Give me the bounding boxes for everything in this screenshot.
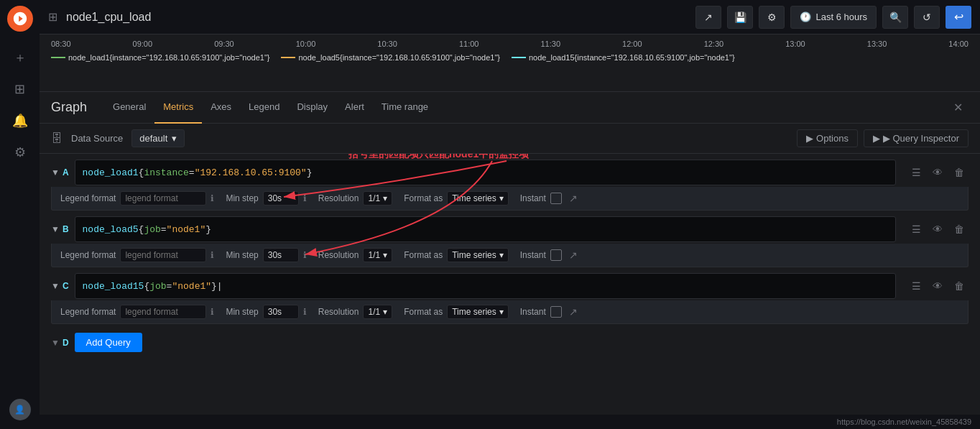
legend-format-input-b[interactable] (120, 248, 206, 262)
user-avatar[interactable]: 👤 (9, 399, 31, 420)
query-d-letter: D (63, 338, 69, 348)
footer: https://blog.csdn.net/weixin_45858439 (40, 415, 980, 429)
sidebar-item-alerts[interactable]: 🔔 (6, 106, 34, 135)
panel-close-button[interactable]: ✕ (948, 98, 969, 117)
resolution-select-c[interactable]: 1/1 ▾ (363, 305, 392, 319)
query-c-text: node_load15{job="node1"}| (83, 281, 223, 292)
instant-checkbox-b[interactable] (550, 249, 562, 261)
query-row-c: ▼ C node_load15{job="node1"}| ☰ 👁 🗑 Lege… (51, 273, 969, 324)
format-as-value-b: Time series (452, 250, 496, 260)
resolution-chevron-a: ▾ (383, 193, 387, 203)
format-as-label-b: Format as (404, 250, 443, 260)
legend-color-1 (281, 57, 295, 58)
instant-group-a: Instant ↗ (520, 191, 581, 206)
format-as-select-c[interactable]: Time series ▾ (447, 305, 509, 319)
query-a-menu-button[interactable]: ☰ (907, 164, 925, 181)
app-logo[interactable] (7, 6, 33, 32)
grid-icon: ⊞ (48, 10, 57, 24)
query-b-toggle-visibility[interactable]: 👁 (928, 221, 947, 238)
save-button[interactable]: 💾 (727, 6, 753, 29)
legend-label-0: node_load1{instance="192.168.10.65:9100"… (68, 53, 269, 62)
format-as-select-b[interactable]: Time series ▾ (447, 248, 509, 262)
format-as-group-a: Format as Time series ▾ (404, 191, 509, 206)
topbar: ⊞ node1_cpu_load ↗ 💾 ⚙ 🕐 Last 6 hours 🔍 … (40, 0, 980, 34)
min-step-label-b: Min step (226, 250, 258, 260)
query-b-menu-button[interactable]: ☰ (907, 221, 925, 238)
tab-legend[interactable]: Legend (240, 92, 288, 124)
query-b-duplicate-button[interactable]: ↗ (566, 248, 581, 262)
query-inspector-label: ▶ Query Inspector (883, 133, 959, 144)
query-a-toggle-visibility[interactable]: 👁 (928, 164, 947, 181)
tab-alert[interactable]: Alert (336, 92, 373, 124)
resolution-label-a: Resolution (318, 193, 359, 203)
query-c-actions: ☰ 👁 🗑 (907, 277, 969, 295)
instant-checkbox-a[interactable] (550, 193, 562, 204)
query-a-options: Legend format ℹ Min step ℹ Resolution 1/… (51, 187, 969, 211)
share-icon: ↗ (704, 11, 713, 23)
min-step-input-b[interactable] (263, 248, 299, 262)
dashboard-title: node1_cpu_load (66, 11, 690, 24)
query-b-delete-button[interactable]: 🗑 (950, 221, 969, 238)
query-a-duplicate-button[interactable]: ↗ (566, 191, 581, 206)
instant-checkbox-c[interactable] (550, 306, 562, 318)
query-d-collapse[interactable]: ▼ D (51, 338, 69, 348)
legend-format-group-b: Legend format ℹ (60, 248, 214, 262)
legend-format-input-c[interactable] (120, 305, 206, 319)
datasource-select[interactable]: default ▾ (131, 129, 185, 147)
options-button[interactable]: ▶ Options (797, 129, 858, 147)
query-inspector-chevron-icon: ▶ (873, 133, 880, 144)
sidebar-item-add[interactable]: ＋ (6, 43, 34, 72)
legend-item-0: node_load1{instance="192.168.10.65:9100"… (51, 53, 269, 62)
min-step-input-a[interactable] (263, 191, 299, 206)
instant-label-c: Instant (520, 307, 546, 317)
query-b-collapse[interactable]: ▼ B (51, 224, 69, 234)
min-step-input-c[interactable] (263, 305, 299, 319)
query-row-b: ▼ B node_load5{job="node1"} ☰ 👁 🗑 Legend… (51, 216, 969, 267)
resolution-chevron-b: ▾ (383, 250, 387, 260)
chart-area: 08:30 09:00 09:30 10:00 10:30 11:00 11:3… (40, 34, 980, 92)
tab-time-range[interactable]: Time range (373, 92, 437, 124)
query-a-collapse[interactable]: ▼ A (51, 167, 69, 177)
query-inspector-button[interactable]: ▶ ▶ Query Inspector (864, 129, 969, 147)
footer-url: https://blog.csdn.net/weixin_45858439 (837, 418, 971, 426)
resolution-select-a[interactable]: 1/1 ▾ (363, 191, 392, 206)
sidebar-item-settings[interactable]: ⚙ (6, 138, 34, 167)
time-range-picker[interactable]: 🕐 Last 6 hours (790, 6, 877, 29)
tab-axes[interactable]: Axes (202, 92, 240, 124)
back-button[interactable]: ↩ (946, 6, 971, 29)
settings-button[interactable]: ⚙ (759, 6, 785, 29)
query-a-text: node_load1{instance="192.168.10.65:9100"… (83, 167, 313, 178)
chevron-down-a-icon: ▼ (51, 167, 60, 177)
format-as-value-a: Time series (452, 193, 496, 203)
query-c-menu-button[interactable]: ☰ (907, 277, 925, 295)
query-c-duplicate-button[interactable]: ↗ (566, 305, 581, 319)
format-as-label-a: Format as (404, 193, 443, 203)
tab-metrics[interactable]: Metrics (154, 92, 202, 124)
tab-display[interactable]: Display (288, 92, 336, 124)
time-label-1100: 11:00 (459, 40, 479, 48)
time-label-0900: 09:00 (133, 40, 153, 48)
query-c-collapse[interactable]: ▼ C (51, 281, 69, 291)
min-step-group-b: Min step ℹ (226, 248, 306, 262)
legend-format-label-a: Legend format (60, 193, 116, 203)
resolution-value-b: 1/1 (368, 250, 380, 260)
query-c-letter: C (63, 281, 69, 291)
query-c-toggle-visibility[interactable]: 👁 (928, 277, 947, 295)
format-as-select-a[interactable]: Time series ▾ (447, 191, 509, 206)
sidebar-item-dashboard[interactable]: ⊞ (6, 75, 34, 103)
query-a-delete-button[interactable]: 🗑 (950, 164, 969, 181)
legend-format-input-a[interactable] (120, 191, 206, 206)
query-b-input-area: node_load5{job="node1"} (75, 216, 896, 242)
query-a-header: ▼ A node_load1{instance="192.168.10.65:9… (51, 160, 969, 185)
refresh-button[interactable]: ↺ (914, 6, 940, 29)
save-icon: 💾 (734, 11, 746, 23)
legend-label-1: node_load5{instance="192.168.10.65:9100"… (298, 53, 499, 62)
instant-group-b: Instant ↗ (520, 248, 581, 262)
add-query-button[interactable]: Add Query (75, 333, 142, 352)
tab-general[interactable]: General (104, 92, 154, 124)
query-c-delete-button[interactable]: 🗑 (950, 277, 969, 295)
zoom-button[interactable]: 🔍 (882, 6, 908, 29)
main-content: ⊞ node1_cpu_load ↗ 💾 ⚙ 🕐 Last 6 hours 🔍 … (40, 0, 980, 429)
resolution-select-b[interactable]: 1/1 ▾ (363, 248, 392, 262)
share-button[interactable]: ↗ (695, 6, 721, 29)
